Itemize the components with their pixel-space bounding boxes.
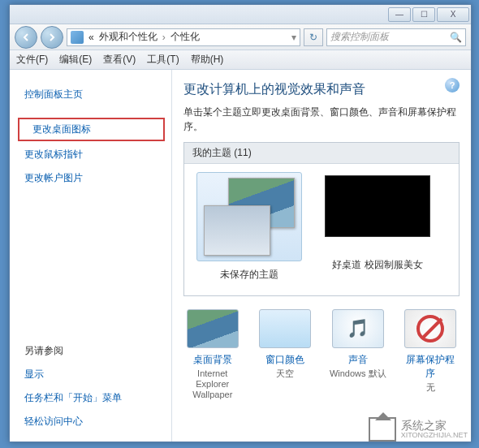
sidebar-taskbar-start[interactable]: 任务栏和「开始」菜单 xyxy=(10,386,171,410)
address-bar[interactable]: « 外观和个性化 › 个性化 ▾ xyxy=(67,28,300,46)
watermark-subtext: XITONGZHIJIA.NET xyxy=(401,431,468,439)
chevron-right-icon: › xyxy=(162,32,166,43)
page-description: 单击某个主题立即更改桌面背景、窗口颜色、声音和屏幕保护程序。 xyxy=(183,105,460,134)
themes-listbox[interactable]: 我的主题 (11) 未保存的主题 好桌道 校园制服美女 xyxy=(183,142,460,296)
theme-thumbnail xyxy=(196,172,302,261)
theme-item-unsaved[interactable]: 未保存的主题 xyxy=(192,172,306,282)
search-placeholder: 搜索控制面板 xyxy=(330,30,389,44)
breadcrumb-seg2[interactable]: 个性化 xyxy=(170,30,200,44)
window-color-icon xyxy=(259,309,311,348)
sidebar-change-account-picture[interactable]: 更改帐户图片 xyxy=(10,166,171,190)
sound-icon: 🎵 xyxy=(332,309,384,348)
desktop-background-item[interactable]: 桌面背景 Internet Explorer Wallpaper xyxy=(183,309,242,401)
back-button[interactable] xyxy=(15,26,37,49)
sidebar-change-mouse-pointers[interactable]: 更改鼠标指针 xyxy=(10,143,171,166)
refresh-button[interactable]: ↻ xyxy=(304,28,323,46)
page-title: 更改计算机上的视觉效果和声音 xyxy=(183,81,460,98)
sidebar-display[interactable]: 显示 xyxy=(10,363,171,386)
window-color-value: 天空 xyxy=(257,368,315,379)
menu-tools[interactable]: 工具(T) xyxy=(147,53,179,67)
sidebar-ease-of-access[interactable]: 轻松访问中心 xyxy=(10,410,171,433)
desktop-background-value: Internet Explorer Wallpaper xyxy=(183,368,242,401)
window-color-item[interactable]: 窗口颜色 天空 xyxy=(257,309,315,401)
menu-file[interactable]: 文件(F) xyxy=(16,53,48,67)
personalization-links: 桌面背景 Internet Explorer Wallpaper 窗口颜色 天空… xyxy=(183,309,460,401)
theme-preview-window xyxy=(204,205,270,256)
screensaver-value: 无 xyxy=(402,382,460,393)
sounds-label: 声音 xyxy=(329,353,387,367)
control-panel-icon xyxy=(71,31,84,44)
no-icon xyxy=(416,315,444,342)
help-icon[interactable]: ? xyxy=(445,78,460,93)
watermark-logo-icon xyxy=(369,417,396,442)
sounds-item[interactable]: 🎵 声音 Windows 默认 xyxy=(329,309,387,401)
address-prefix: « xyxy=(88,32,94,43)
theme-item-2[interactable]: 好桌道 校园制服美女 xyxy=(321,172,434,282)
menubar: 文件(F) 编辑(E) 查看(V) 工具(T) 帮助(H) xyxy=(10,50,471,70)
menu-view[interactable]: 查看(V) xyxy=(103,53,136,67)
main-panel: ? 更改计算机上的视觉效果和声音 单击某个主题立即更改桌面背景、窗口颜色、声音和… xyxy=(172,70,471,442)
menu-edit[interactable]: 编辑(E) xyxy=(59,53,92,67)
maximize-button[interactable]: ☐ xyxy=(412,7,435,22)
sidebar-control-panel-home[interactable]: 控制面板主页 xyxy=(10,83,171,106)
search-icon: 🔍 xyxy=(450,32,462,43)
watermark-text: 系统之家 xyxy=(401,420,468,431)
sidebar-see-also: 另请参阅 xyxy=(10,339,171,363)
watermark: 系统之家 XITONGZHIJIA.NET xyxy=(369,417,468,442)
themes-row: 未保存的主题 好桌道 校园制服美女 xyxy=(184,164,459,283)
breadcrumb-seg1[interactable]: 外观和个性化 xyxy=(99,30,158,44)
minimize-button[interactable]: — xyxy=(388,7,411,22)
content-area: 控制面板主页 更改桌面图标 更改鼠标指针 更改帐户图片 另请参阅 显示 任务栏和… xyxy=(10,70,471,442)
screensaver-label: 屏幕保护程序 xyxy=(402,353,460,381)
theme-thumbnail xyxy=(325,175,430,237)
window: — ☐ X « 外观和个性化 › 个性化 ▾ ↻ 搜索控制面板 🔍 文件(F) … xyxy=(9,4,472,442)
menu-help[interactable]: 帮助(H) xyxy=(191,53,224,67)
titlebar: — ☐ X xyxy=(10,5,471,24)
wallpaper-icon xyxy=(187,309,239,348)
themes-group-header: 我的主题 (11) xyxy=(184,143,459,164)
theme-label: 未保存的主题 xyxy=(192,268,306,282)
search-input[interactable]: 搜索控制面板 🔍 xyxy=(326,28,466,46)
chevron-down-icon[interactable]: ▾ xyxy=(291,32,296,43)
theme-label: 好桌道 校园制服美女 xyxy=(321,258,434,272)
screensaver-icon xyxy=(404,309,456,348)
window-color-label: 窗口颜色 xyxy=(257,353,315,367)
screensaver-item[interactable]: 屏幕保护程序 无 xyxy=(402,309,460,401)
sidebar-change-desktop-icons[interactable]: 更改桌面图标 xyxy=(18,118,165,141)
sidebar: 控制面板主页 更改桌面图标 更改鼠标指针 更改帐户图片 另请参阅 显示 任务栏和… xyxy=(10,70,172,442)
sounds-value: Windows 默认 xyxy=(329,368,387,379)
close-button[interactable]: X xyxy=(437,7,469,22)
forward-button[interactable] xyxy=(41,26,63,49)
desktop-background-label: 桌面背景 xyxy=(183,353,242,367)
toolbar: « 外观和个性化 › 个性化 ▾ ↻ 搜索控制面板 🔍 xyxy=(10,24,471,50)
